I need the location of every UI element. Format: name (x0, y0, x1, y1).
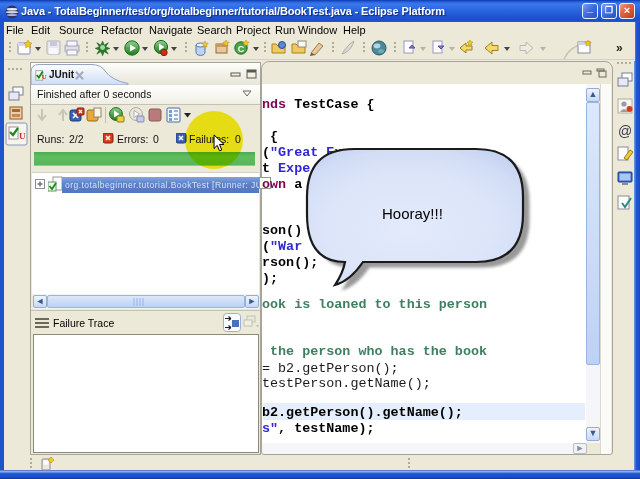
svg-text:C: C (238, 44, 245, 54)
svg-text:»: » (616, 41, 623, 55)
svg-text:U: U (42, 73, 47, 80)
svg-text:U: U (19, 131, 26, 141)
svg-text:@: @ (618, 123, 632, 139)
